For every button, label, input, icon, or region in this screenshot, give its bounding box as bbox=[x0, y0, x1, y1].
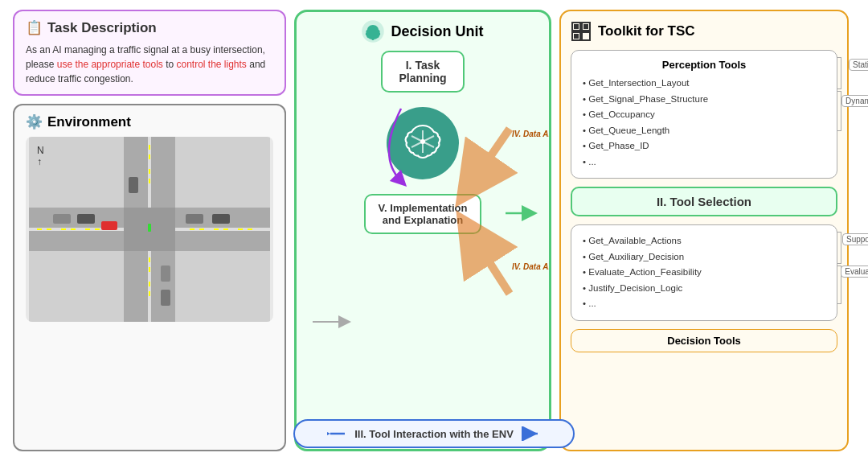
evaluation-label: Evaluation bbox=[841, 265, 868, 278]
support-bracket bbox=[837, 232, 841, 264]
decision-tools-list-box: Get_Available_Actions Get_Auxiliary_Deci… bbox=[571, 224, 837, 321]
decision-tool-item: Justify_Decision_Logic bbox=[583, 281, 825, 297]
north-arrow: N↑ bbox=[37, 145, 44, 167]
decision-unit-icon bbox=[362, 20, 384, 43]
toolkit-icon bbox=[571, 21, 592, 42]
right-column: Toolkit for TSC Perception Tools Get_Int… bbox=[559, 10, 849, 451]
perception-tool-item: Get_Intersection_Layout bbox=[583, 76, 825, 92]
decision-tool-item: Get_Auxiliary_Decision bbox=[583, 249, 825, 265]
decision-tools-list: Get_Available_Actions Get_Auxiliary_Deci… bbox=[583, 233, 825, 312]
decision-unit-title-text: Decision Unit bbox=[391, 23, 483, 40]
toolkit-box: Toolkit for TSC Perception Tools Get_Int… bbox=[559, 10, 849, 451]
svg-rect-24 bbox=[129, 177, 138, 193]
support-label: Support bbox=[842, 233, 868, 245]
svg-rect-23 bbox=[212, 214, 230, 224]
decision-tool-item: ... bbox=[583, 296, 825, 312]
task-description-title: 📋 Task Description bbox=[26, 19, 273, 36]
task-text-part2: to bbox=[163, 59, 177, 70]
toolkit-title: Toolkit for TSC bbox=[571, 21, 837, 42]
middle-column: Decision Unit I. TaskPlanning V. Impleme… bbox=[294, 10, 551, 451]
svg-text:IV. Data Analysis: IV. Data Analysis bbox=[512, 262, 549, 271]
perception-tool-item: Get_Signal_Phase_Structure bbox=[583, 92, 825, 108]
perception-tool-item: ... bbox=[583, 154, 825, 171]
svg-rect-19 bbox=[77, 214, 95, 224]
bottom-arrow-box: III. Tool Interaction with the ENV bbox=[293, 419, 575, 448]
task-icon: 📋 bbox=[26, 19, 43, 36]
step1-box: I. TaskPlanning bbox=[381, 51, 464, 93]
perception-tools-list: Get_Intersection_Layout Get_Signal_Phase… bbox=[583, 76, 825, 170]
static-label: Static bbox=[849, 59, 868, 71]
perception-tools-section: Perception Tools Get_Intersection_Layout… bbox=[571, 50, 837, 179]
task-description-box: 📋 Task Description As an AI managing a t… bbox=[13, 10, 286, 96]
static-bracket bbox=[837, 57, 841, 89]
decision-tool-item: Get_Available_Actions bbox=[583, 233, 825, 249]
step5-box: V. Implementationand Explanation bbox=[364, 194, 482, 234]
perception-tool-item: Get_Phase_ID bbox=[583, 138, 825, 154]
decision-tool-item: Evaluate_Action_Feasibility bbox=[583, 265, 825, 281]
perception-tool-item: Get_Occupancy bbox=[583, 107, 825, 123]
openai-circle bbox=[387, 107, 459, 179]
bottom-bar: III. Tool Interaction with the ENV bbox=[153, 419, 715, 448]
svg-text:IV. Data Analysis: IV. Data Analysis bbox=[512, 130, 549, 138]
svg-rect-39 bbox=[583, 24, 588, 29]
tool-selection-label: II. Tool Selection bbox=[657, 195, 751, 208]
svg-rect-18 bbox=[148, 224, 151, 232]
task-highlight2: control the lights bbox=[176, 59, 246, 70]
toolkit-title-text: Toolkit for TSC bbox=[598, 23, 695, 39]
svg-rect-21 bbox=[101, 221, 117, 230]
openai-logo-svg bbox=[402, 122, 444, 164]
svg-rect-22 bbox=[186, 214, 203, 224]
bottom-right-arrow-svg bbox=[522, 426, 541, 441]
perception-tool-item: Get_Queue_Length bbox=[583, 123, 825, 139]
bottom-left-arrow-svg bbox=[327, 426, 346, 441]
svg-rect-7 bbox=[175, 228, 270, 231]
perception-tools-box: Perception Tools Get_Intersection_Layout… bbox=[571, 50, 837, 179]
env-title-text: Environment bbox=[47, 114, 131, 130]
decision-unit-box: Decision Unit I. TaskPlanning V. Impleme… bbox=[294, 10, 551, 451]
left-column: 📋 Task Description As an AI managing a t… bbox=[13, 10, 286, 451]
decision-tools-title: Decision Tools bbox=[667, 335, 741, 347]
dynamic-label: Dynamic bbox=[841, 95, 868, 107]
environment-box: ⚙️ Environment N↑ bbox=[13, 104, 286, 451]
tool-selection-box: II. Tool Selection bbox=[571, 187, 837, 216]
task-title-text: Task Description bbox=[47, 20, 157, 36]
svg-rect-37 bbox=[582, 32, 590, 40]
task-description-text: As an AI managing a traffic signal at a … bbox=[26, 43, 273, 86]
decision-tools-section: Get_Available_Actions Get_Auxiliary_Deci… bbox=[571, 224, 837, 321]
decision-unit-title: Decision Unit bbox=[362, 20, 483, 43]
env-icon: ⚙️ bbox=[26, 113, 43, 130]
step5-label: V. Implementationand Explanation bbox=[379, 202, 468, 226]
road-svg bbox=[26, 137, 273, 322]
svg-rect-38 bbox=[574, 24, 579, 29]
perception-tools-title: Perception Tools bbox=[583, 59, 825, 71]
svg-rect-25 bbox=[161, 265, 170, 282]
bottom-label: III. Tool Interaction with the ENV bbox=[354, 428, 514, 440]
svg-rect-40 bbox=[574, 34, 579, 39]
dynamic-bracket bbox=[837, 91, 841, 131]
svg-rect-20 bbox=[53, 214, 71, 224]
decision-tools-title-box: Decision Tools bbox=[571, 329, 837, 352]
road-intersection: N↑ bbox=[26, 137, 273, 322]
environment-title: ⚙️ Environment bbox=[26, 113, 273, 130]
task-highlight1: use the appropriate tools bbox=[57, 59, 163, 70]
main-container: 📋 Task Description As an AI managing a t… bbox=[0, 0, 868, 461]
svg-rect-26 bbox=[161, 290, 170, 306]
step1-label: I. TaskPlanning bbox=[399, 59, 446, 84]
